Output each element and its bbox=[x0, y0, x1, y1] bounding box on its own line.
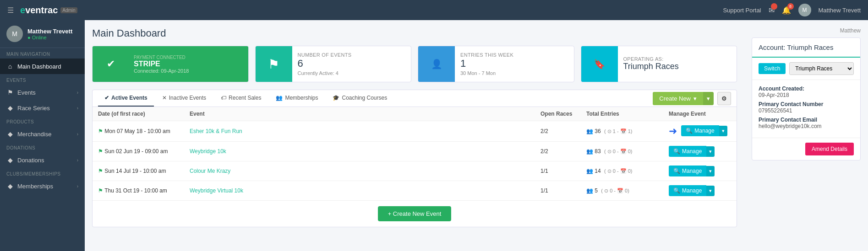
primary-contact-number: Primary Contact Number 07955226541 bbox=[759, 101, 854, 114]
account-created-value: 09-Apr-2018 bbox=[759, 92, 789, 98]
sidebar-item-label: Events bbox=[17, 89, 36, 96]
tab-recent-sales[interactable]: 🏷 Recent Sales bbox=[214, 90, 267, 107]
stat-card-events: ⚑ NUMBER OF EVENTS 6 Currently Active: 4 bbox=[255, 46, 412, 82]
col-open-races: Open Races bbox=[535, 107, 581, 121]
row-total-entries: 👥 5 ( ⊙ 0 - 📅 0) bbox=[581, 181, 663, 201]
sidebar-item-memberships[interactable]: ◆ Memberships › bbox=[0, 178, 85, 194]
logo-text: eventrac bbox=[20, 5, 58, 16]
grad-icon: 🎓 bbox=[333, 95, 339, 101]
stat-card-entries: 👤 ENTRIES THIS WEEK 1 30 Mon - 7 Mon bbox=[418, 46, 574, 82]
create-event-button[interactable]: + Create New Event bbox=[378, 206, 452, 221]
stat-card-payment: ✔ PAYMENT CONNECTED STRIPE Connected: 09… bbox=[92, 46, 249, 82]
operating-stat-label: OPERATING AS: bbox=[623, 56, 732, 62]
account-switch-row: Switch Triumph Races bbox=[752, 58, 860, 80]
switch-button[interactable]: Switch bbox=[759, 63, 786, 74]
manage-button[interactable]: 🔍 Manage bbox=[669, 146, 706, 157]
top-nav-left: ☰ eventrac Admin bbox=[7, 5, 77, 16]
sidebar-avatar: M bbox=[6, 26, 23, 42]
sidebar-item-main-dashboard[interactable]: ⌂ Main Dashboard bbox=[0, 59, 85, 74]
col-date: Date (of first race) bbox=[93, 107, 184, 121]
tab-active-events[interactable]: ✔ Active Events bbox=[98, 90, 154, 107]
support-portal-link[interactable]: Support Portal bbox=[723, 7, 761, 14]
sidebar-status: Online bbox=[27, 35, 72, 40]
chevron-icon: › bbox=[77, 132, 78, 137]
account-card: Account: Triumph Races Switch Triumph Ra… bbox=[752, 37, 861, 160]
create-new-group: Create New ▾ ▾ bbox=[653, 92, 714, 105]
account-card-header: Account: Triumph Races bbox=[752, 38, 860, 58]
tab-inactive-events[interactable]: ✕ Inactive Events bbox=[156, 90, 213, 107]
table-row: ⚑ Thu 31 Oct 19 - 10:00 am Weybridge Vir… bbox=[93, 181, 737, 201]
avatar: M bbox=[798, 4, 811, 16]
email-badge bbox=[771, 3, 777, 10]
event-link[interactable]: Weybridge 10k bbox=[190, 148, 226, 155]
tab-coaching-courses[interactable]: 🎓 Coaching Courses bbox=[326, 90, 393, 107]
payment-label: PAYMENT CONNECTED bbox=[134, 55, 244, 60]
settings-button[interactable]: ⚙ bbox=[717, 92, 731, 105]
events-icon: ⚑ bbox=[6, 89, 14, 96]
sidebar-item-label: Donations bbox=[17, 157, 44, 164]
manage-button[interactable]: 🔍 Manage bbox=[681, 125, 719, 136]
event-link[interactable]: Esher 10k & Fun Run bbox=[190, 128, 242, 134]
arrow-annotation: ➜ bbox=[669, 125, 677, 137]
create-new-dropdown-button[interactable]: ▾ bbox=[703, 92, 714, 105]
entries-stat-sub: 30 Mon - 7 Mon bbox=[460, 70, 568, 76]
page-title: Main Dashboard bbox=[92, 27, 737, 39]
home-icon: ⌂ bbox=[6, 63, 14, 70]
logo: eventrac Admin bbox=[20, 5, 77, 16]
primary-email-value: hello@weybridge10k.com bbox=[759, 123, 822, 129]
sidebar-item-label: Merchandise bbox=[17, 131, 51, 138]
events-stat-value: 6 bbox=[298, 58, 406, 69]
row-date: ⚑ Mon 07 May 18 - 10:00 am bbox=[93, 121, 184, 142]
event-link[interactable]: Colour Me Krazy bbox=[190, 168, 230, 174]
manage-dropdown-button[interactable]: ▾ bbox=[719, 126, 727, 136]
top-nav: ☰ eventrac Admin Support Portal ✉ 🔔 8 M … bbox=[0, 0, 868, 20]
tabs-row: ✔ Active Events ✕ Inactive Events 🏷 Rece… bbox=[93, 90, 737, 107]
tab-memberships[interactable]: 👥 Memberships bbox=[269, 90, 324, 107]
row-open-races: 1/1 bbox=[535, 161, 581, 181]
row-open-races: 1/1 bbox=[535, 181, 581, 201]
caret-down-icon: ▾ bbox=[693, 95, 697, 102]
events-stat-sub: Currently Active: 4 bbox=[298, 70, 406, 76]
manage-dropdown-button[interactable]: ▾ bbox=[706, 166, 715, 176]
operating-stat-value: Triumph Races bbox=[623, 62, 732, 72]
sidebar-item-label: Main Dashboard bbox=[17, 63, 61, 70]
primary-contact-email: Primary Contact Email hello@weybridge10k… bbox=[759, 117, 854, 129]
sidebar-item-race-series[interactable]: ◆ Race Series › bbox=[0, 100, 85, 116]
members-icon: 👥 bbox=[276, 95, 283, 101]
table-row: ⚑ Mon 07 May 18 - 10:00 am Esher 10k & F… bbox=[93, 121, 737, 142]
create-new-button[interactable]: Create New ▾ bbox=[653, 92, 703, 105]
sidebar-item-merchandise[interactable]: ◆ Merchandise › bbox=[0, 126, 85, 142]
amend-details-button[interactable]: Amend Details bbox=[805, 143, 854, 155]
top-nav-right: Support Portal ✉ 🔔 8 M Matthew Trevett bbox=[723, 4, 861, 16]
merchandise-icon: ◆ bbox=[6, 130, 14, 138]
hamburger-icon[interactable]: ☰ bbox=[7, 6, 14, 15]
manage-group: 🔍 Manage ▾ bbox=[681, 125, 727, 136]
notification-icon[interactable]: 🔔 8 bbox=[782, 6, 791, 15]
chevron-icon: › bbox=[77, 184, 78, 189]
manage-dropdown-button[interactable]: ▾ bbox=[706, 146, 715, 157]
account-created-label: Account Created: bbox=[759, 85, 854, 92]
sidebar-item-donations[interactable]: ◆ Donations › bbox=[0, 152, 85, 168]
logo-admin-badge: Admin bbox=[60, 7, 77, 13]
manage-button[interactable]: 🔍 Manage bbox=[669, 185, 706, 196]
search-icon: 🔍 bbox=[673, 148, 680, 155]
row-date: ⚑ Sun 02 Jun 19 - 09:00 am bbox=[93, 142, 184, 161]
sidebar-section-events: Events bbox=[0, 74, 85, 85]
main-content: Main Dashboard ✔ PAYMENT CONNECTED STRIP… bbox=[85, 20, 744, 251]
row-event: Colour Me Krazy bbox=[184, 161, 535, 181]
entries-stat-value: 1 bbox=[460, 58, 568, 69]
table-row: ⚑ Sun 02 Jun 19 - 09:00 am Weybridge 10k… bbox=[93, 142, 737, 161]
donations-icon: ◆ bbox=[6, 156, 14, 164]
account-select[interactable]: Triumph Races bbox=[789, 62, 854, 75]
account-created: Account Created: 09-Apr-2018 bbox=[759, 85, 854, 98]
email-icon[interactable]: ✉ bbox=[769, 6, 775, 15]
chevron-icon: › bbox=[77, 106, 78, 111]
user-name-label: Matthew Trevett bbox=[819, 7, 861, 14]
manage-button[interactable]: 🔍 Manage bbox=[669, 166, 706, 176]
sidebar-item-events[interactable]: ⚑ Events › bbox=[0, 85, 85, 100]
row-manage: 🔍 Manage ▾ bbox=[663, 142, 737, 161]
entries-stat-icon: 👤 bbox=[418, 46, 455, 82]
event-link[interactable]: Weybridge Virtual 10k bbox=[190, 187, 243, 194]
account-details: Account Created: 09-Apr-2018 Primary Con… bbox=[752, 80, 860, 138]
manage-dropdown-button[interactable]: ▾ bbox=[706, 186, 715, 196]
